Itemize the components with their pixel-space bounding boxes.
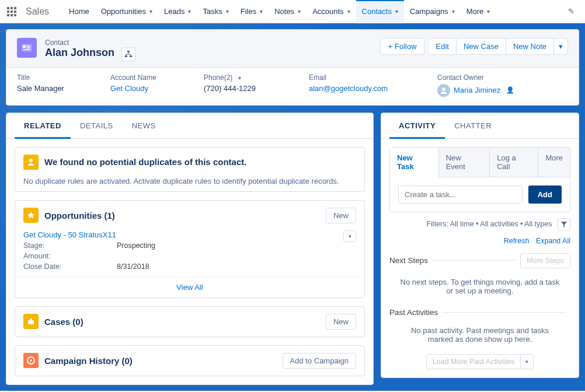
tab-log-call[interactable]: Log a Call xyxy=(490,148,538,177)
more-steps-button[interactable]: More Steps xyxy=(520,253,570,268)
activity-composer-tabs: New Task New Event Log a Call More xyxy=(389,147,570,177)
owner-label: Contact Owner xyxy=(437,74,514,82)
add-task-button[interactable]: Add xyxy=(528,186,562,204)
close-date-label: Close Date: xyxy=(23,262,117,271)
tab-activity-more[interactable]: More xyxy=(538,148,570,177)
title-value: Sale Manager xyxy=(17,84,87,93)
load-more-menu[interactable]: ▾ xyxy=(521,354,534,369)
header-actions: +Follow Edit New Case New Note ▾ xyxy=(380,38,568,55)
svg-rect-3 xyxy=(26,47,30,48)
chevron-down-icon[interactable]: ▾ xyxy=(298,8,301,15)
stage-value: Prospecting xyxy=(117,242,155,250)
campaign-history-card: Campaign History (0) Add to Campaign xyxy=(15,345,365,376)
svg-rect-1 xyxy=(23,46,26,48)
svg-rect-5 xyxy=(127,51,130,52)
opportunity-link[interactable]: Get Cloudy - 50 StratusX11 xyxy=(23,230,116,239)
next-steps-title: Next Steps xyxy=(389,256,428,265)
svg-rect-7 xyxy=(130,55,132,57)
chevron-down-icon[interactable]: ▾ xyxy=(188,8,191,15)
object-label: Contact xyxy=(45,38,69,47)
amount-label: Amount: xyxy=(23,252,117,260)
contact-icon xyxy=(17,38,37,58)
nav-home[interactable]: Home xyxy=(63,0,95,23)
duplicates-title: We found no potential duplicates of this… xyxy=(44,157,246,167)
owner-avatar xyxy=(437,84,450,97)
chevron-down-icon[interactable]: ▾ xyxy=(238,75,241,81)
nav-accounts[interactable]: Accounts▾ xyxy=(307,0,356,23)
new-opportunity-button[interactable]: New xyxy=(326,208,356,223)
new-note-button[interactable]: New Note xyxy=(506,38,554,55)
svg-rect-4 xyxy=(23,49,30,50)
chevron-down-icon[interactable]: ▾ xyxy=(149,8,152,15)
load-more-past-button[interactable]: Load More Past Activities xyxy=(426,354,521,369)
edit-nav-icon[interactable]: ✎ xyxy=(565,7,578,16)
duplicate-icon xyxy=(23,155,39,170)
tab-chatter[interactable]: CHATTER xyxy=(445,113,501,138)
nav-leads[interactable]: Leads▾ xyxy=(158,0,197,23)
nav-contacts[interactable]: Contacts▾ xyxy=(356,0,404,23)
tab-details[interactable]: DETAILS xyxy=(71,113,123,138)
opportunities-title: Opportunities (1) xyxy=(44,211,115,220)
tab-news[interactable]: NEWS xyxy=(123,113,165,138)
nav-files[interactable]: Files▾ xyxy=(235,0,269,23)
hierarchy-button[interactable] xyxy=(121,47,135,61)
cases-title: Cases (0) xyxy=(44,317,83,327)
view-all-opportunities[interactable]: View All xyxy=(15,276,364,298)
close-date-value: 8/31/2018 xyxy=(117,262,149,271)
record-name: Alan Johnson xyxy=(45,47,114,59)
edit-button[interactable]: Edit xyxy=(429,38,457,55)
new-case-button[interactable]: New Case xyxy=(457,38,506,55)
nav-tasks[interactable]: Tasks▾ xyxy=(197,0,234,23)
email-label: Email xyxy=(309,74,414,82)
chevron-down-icon[interactable]: ▾ xyxy=(226,8,229,15)
record-header: Contact Alan Johnson +Follow Edit New Ca… xyxy=(6,30,579,68)
tab-new-task[interactable]: New Task xyxy=(390,148,439,177)
new-case-button-card[interactable]: New xyxy=(326,314,356,330)
phone-value: (720) 444-1229 xyxy=(204,84,285,93)
chevron-down-icon[interactable]: ▾ xyxy=(347,8,350,15)
svg-rect-6 xyxy=(125,55,127,57)
record-tabs: RELATED DETAILS NEWS xyxy=(6,113,373,139)
past-activities-title: Past Activities xyxy=(389,308,438,317)
app-name: Sales xyxy=(26,6,49,17)
task-subject-input[interactable] xyxy=(398,186,523,204)
nav-campaigns[interactable]: Campaigns▾ xyxy=(404,0,461,23)
nav-more[interactable]: More▾ xyxy=(461,0,496,23)
refresh-link[interactable]: Refresh xyxy=(504,237,530,245)
chevron-down-icon[interactable]: ▾ xyxy=(260,8,263,15)
nav-notes[interactable]: Notes▾ xyxy=(269,0,307,23)
opportunity-row-menu[interactable]: ▾ xyxy=(343,230,356,242)
next-steps-empty: No next steps. To get things moving, add… xyxy=(381,273,579,303)
add-to-campaign-button[interactable]: Add to Campaign xyxy=(283,353,356,369)
more-actions-button[interactable]: ▾ xyxy=(554,38,568,55)
chevron-down-icon[interactable]: ▾ xyxy=(395,8,398,15)
plus-icon: + xyxy=(388,42,392,51)
filter-icon[interactable] xyxy=(558,218,570,231)
campaign-icon xyxy=(23,353,39,368)
title-label: Title xyxy=(17,74,87,82)
change-owner-icon[interactable]: 👤 xyxy=(506,86,514,94)
email-link[interactable]: alan@gogetcloudy.com xyxy=(309,84,388,93)
phone-label: Phone(2) ▾ xyxy=(204,74,285,82)
activity-filters-text: Filters: All time • All activities • All… xyxy=(426,220,552,228)
svg-rect-10 xyxy=(28,320,34,324)
account-link[interactable]: Get Cloudy xyxy=(110,84,148,93)
opportunity-icon xyxy=(23,208,39,223)
svg-point-9 xyxy=(29,159,33,162)
app-launcher-icon[interactable] xyxy=(7,7,16,16)
duplicates-message: No duplicate rules are activated. Activa… xyxy=(15,177,364,191)
follow-button[interactable]: +Follow xyxy=(380,38,424,55)
expand-all-link[interactable]: Expand All xyxy=(536,237,570,245)
past-activities-empty: No past activity. Past meetings and task… xyxy=(381,321,579,352)
tab-related[interactable]: RELATED xyxy=(15,113,71,138)
chevron-down-icon: ▾ xyxy=(487,8,490,15)
highlights-panel: Title Sale Manager Account Name Get Clou… xyxy=(6,68,579,105)
tab-activity[interactable]: ACTIVITY xyxy=(389,113,445,138)
stage-label: Stage: xyxy=(23,242,117,250)
duplicates-card: We found no potential duplicates of this… xyxy=(15,147,365,192)
chevron-down-icon[interactable]: ▾ xyxy=(452,8,455,15)
tab-new-event[interactable]: New Event xyxy=(439,148,490,177)
owner-link[interactable]: Maria Jiminez xyxy=(454,86,500,94)
nav-opportunities[interactable]: Opportunities▾ xyxy=(95,0,158,23)
svg-rect-2 xyxy=(26,46,30,47)
